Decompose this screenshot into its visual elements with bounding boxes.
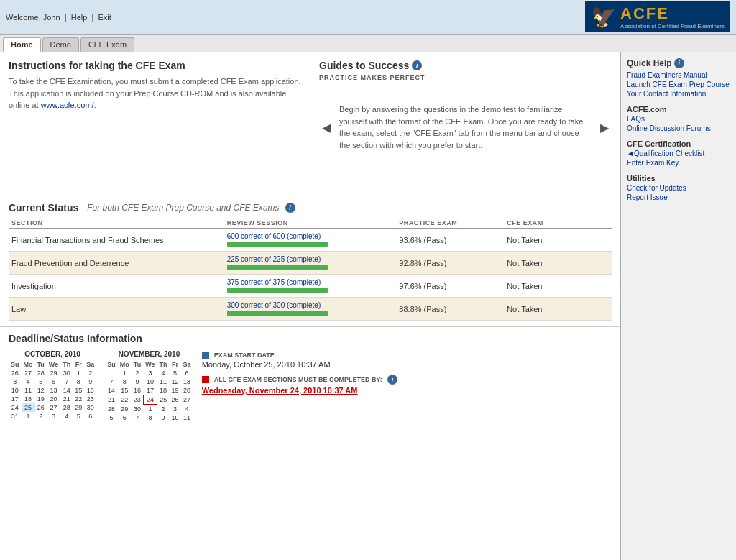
cfe-exam-status: Not Taken <box>504 229 612 252</box>
november-header: NOVEMBER, 2010 <box>105 350 193 358</box>
utilities-title: Utilities <box>627 174 730 183</box>
top-area: Instructions for taking the CFE Exam To … <box>0 52 620 196</box>
calendar-day: 24 <box>9 403 22 412</box>
exam-start-marker <box>202 352 209 359</box>
carousel-left-arrow[interactable]: ◀ <box>319 118 334 137</box>
practice-exam-score: 93.6% (Pass) <box>396 229 504 252</box>
practice-label: PRACTICE MAKES PERFECT <box>319 74 612 81</box>
deadline-section: Deadline/Status Information OCTOBER, 201… <box>0 327 620 428</box>
acfe-section: ACFE.com FAQs Online Discussion Forums <box>627 105 730 132</box>
calendar-day <box>105 369 118 377</box>
progress-bar-container <box>227 265 328 270</box>
calendar-day: 14 <box>60 386 73 395</box>
section-name: Financial Transactions and Fraud Schemes <box>9 229 224 252</box>
calendars-container: OCTOBER, 2010 SuMoTuWeThFrSa262728293012… <box>9 350 193 422</box>
acfe-link[interactable]: www.acfe.com/ <box>41 101 94 109</box>
utilities-section: Utilities Check for Updates Report Issue <box>627 174 730 201</box>
quick-help-section: Quick Help i Fraud Examiners Manual Laun… <box>627 58 730 98</box>
november-calendar: NOVEMBER, 2010 SuMoTuWeThFrSa12345678910… <box>105 350 193 422</box>
section-name: Law <box>9 298 224 321</box>
calendar-day: 22 <box>118 395 132 405</box>
sidebar-report-issue[interactable]: Report Issue <box>627 193 730 201</box>
tab-demo[interactable]: Demo <box>42 37 79 52</box>
right-sidebar: Quick Help i Fraud Examiners Manual Laun… <box>621 52 736 560</box>
guides-info-icon[interactable]: i <box>412 60 422 70</box>
calendar-day: 10 <box>143 377 157 386</box>
calendar-day: 4 <box>60 412 73 421</box>
sidebar-exam-key[interactable]: Enter Exam Key <box>627 159 730 167</box>
guides-body: Begin by answering the questions in the … <box>334 104 597 151</box>
cfe-exam-status: Not Taken <box>504 298 612 321</box>
october-table: SuMoTuWeThFrSa26272829301234567891011121… <box>9 360 96 421</box>
carousel-right-arrow[interactable]: ▶ <box>597 118 612 137</box>
calendar-day: 30 <box>132 405 144 414</box>
calendar-day: 8 <box>73 377 84 386</box>
calendar-day: 5 <box>105 413 118 422</box>
calendar-day: 9 <box>157 413 170 422</box>
sidebar-forums[interactable]: Online Discussion Forums <box>627 124 730 132</box>
deadline-layout: OCTOBER, 2010 SuMoTuWeThFrSa262728293012… <box>9 350 612 422</box>
complete-by-info-icon[interactable]: i <box>387 375 397 385</box>
tab-cfe-exam[interactable]: CFE Exam <box>80 37 134 52</box>
calendar-day: 24 <box>143 395 157 405</box>
guides-section: Guides to Success i PRACTICE MAKES PERFE… <box>310 52 620 196</box>
calendar-day-header: Su <box>9 360 22 369</box>
calendar-day: 10 <box>170 413 181 422</box>
calendar-day: 16 <box>132 386 144 395</box>
calendar-day: 1 <box>118 369 132 377</box>
calendar-day: 10 <box>9 386 22 395</box>
calendar-day: 7 <box>132 413 144 422</box>
sidebar-check-updates[interactable]: Check for Updates <box>627 184 730 192</box>
quick-help-info-icon[interactable]: i <box>674 58 684 68</box>
calendar-day: 29 <box>73 403 84 412</box>
progress-bar <box>227 242 328 247</box>
calendar-day: 27 <box>22 369 35 377</box>
instructions-body: To take the CFE Examination, you must su… <box>9 75 301 111</box>
tab-home[interactable]: Home <box>3 37 41 52</box>
calendar-day: 23 <box>84 395 96 403</box>
status-info-icon[interactable]: i <box>285 203 295 213</box>
calendar-day: 17 <box>143 386 157 395</box>
calendar-day-header: We <box>47 360 60 369</box>
deadline-title: Deadline/Status Information <box>9 333 612 344</box>
table-row: Investigation375 correct of 375 (complet… <box>9 275 612 298</box>
review-session: 225 correct of 225 (complete) <box>224 252 397 275</box>
calendar-day: 1 <box>143 405 157 414</box>
sidebar-faqs[interactable]: FAQs <box>627 115 730 123</box>
guides-title: Guides to Success i <box>319 60 612 71</box>
calendar-day: 16 <box>84 386 96 395</box>
table-row: Fraud Prevention and Deterrence225 corre… <box>9 252 612 275</box>
sidebar-launch-cfe[interactable]: Launch CFE Exam Prep Course <box>627 81 730 88</box>
calendar-day: 11 <box>157 377 170 386</box>
help-link[interactable]: Help <box>71 13 88 22</box>
cfe-exam-status: Not Taken <box>504 252 612 275</box>
calendar-day: 26 <box>35 403 47 412</box>
section-name: Fraud Prevention and Deterrence <box>9 252 224 275</box>
october-calendar: OCTOBER, 2010 SuMoTuWeThFrSa262728293012… <box>9 350 96 422</box>
instructions-title: Instructions for taking the CFE Exam <box>9 60 301 71</box>
progress-label: 225 correct of 225 (complete) <box>227 255 394 263</box>
calendar-day: 2 <box>157 405 170 414</box>
exam-start-item: EXAM START DATE: Monday, October 25, 201… <box>202 350 612 369</box>
calendar-day: 26 <box>170 395 181 405</box>
eagle-icon: 🦅 <box>591 5 616 29</box>
practice-exam-score: 92.8% (Pass) <box>396 252 504 275</box>
review-session: 300 correct of 300 (complete) <box>224 298 397 321</box>
quick-help-title: Quick Help i <box>627 58 730 68</box>
sidebar-fraud-manual[interactable]: Fraud Examiners Manual <box>627 71 730 79</box>
calendar-day: 3 <box>143 369 157 377</box>
progress-bar <box>227 288 328 293</box>
calendar-day-header: Th <box>60 360 73 369</box>
calendar-day: 23 <box>132 395 144 405</box>
tab-bar: Home Demo CFE Exam <box>0 35 736 52</box>
review-session: 600 correct of 600 (complete) <box>224 229 397 252</box>
col-practice: PRACTICE EXAM <box>396 218 504 229</box>
sidebar-qualification[interactable]: ◄Qualification Checklist <box>627 150 730 157</box>
calendar-day: 21 <box>60 395 73 403</box>
sidebar-contact-info[interactable]: Your Contact Information <box>627 90 730 98</box>
progress-bar-container <box>227 311 328 316</box>
exit-link[interactable]: Exit <box>98 13 111 22</box>
calendar-day: 5 <box>170 369 181 377</box>
calendar-day-header: Tu <box>35 360 47 369</box>
progress-bar-container <box>227 242 328 247</box>
